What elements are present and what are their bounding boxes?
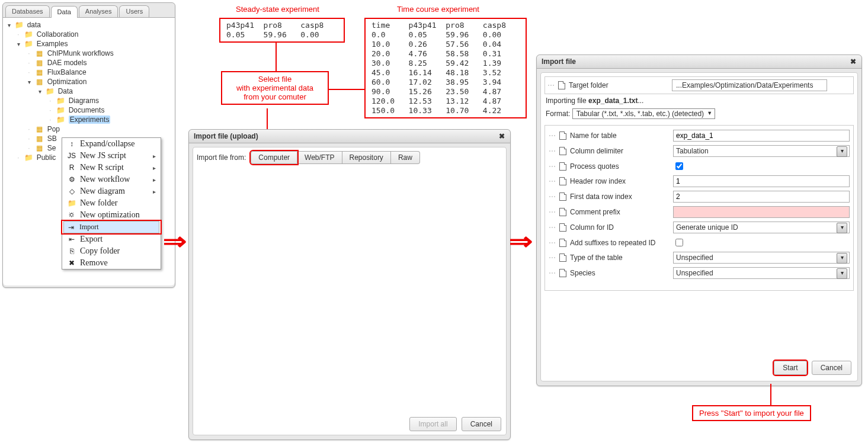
field-control: Unspecified bbox=[673, 252, 850, 264]
field-control bbox=[673, 237, 850, 248]
menu-label: New diagram bbox=[80, 187, 125, 196]
menu-label: New workflow bbox=[80, 175, 130, 184]
expand-icon[interactable] bbox=[25, 78, 33, 86]
source-repository[interactable]: Repository bbox=[342, 151, 391, 164]
checkbox-input[interactable] bbox=[675, 239, 683, 246]
field-label: ⋯Species bbox=[549, 269, 673, 277]
file-icon bbox=[559, 223, 566, 232]
close-icon[interactable]: ✖ bbox=[497, 132, 507, 142]
tab-databases[interactable]: Databases bbox=[5, 5, 50, 17]
upload-from-label: Import file from: bbox=[197, 153, 246, 162]
field-label: ⋯Column for ID bbox=[549, 223, 673, 232]
text-input[interactable] bbox=[673, 191, 850, 203]
tab-data[interactable]: Data bbox=[51, 6, 78, 18]
text-input[interactable] bbox=[673, 206, 850, 218]
ctx-remove[interactable]: ✖Remove bbox=[62, 257, 161, 269]
time-course-label: Time course experiment bbox=[397, 5, 479, 14]
ctx-new-diagram[interactable]: ◇New diagram▸ bbox=[62, 185, 161, 197]
select-input[interactable]: Unspecified bbox=[673, 252, 850, 264]
target-folder-label: ⋯ Target folder bbox=[547, 81, 672, 89]
tree-documents[interactable]: 📁 Documents bbox=[4, 105, 174, 115]
leaf-icon bbox=[15, 30, 22, 38]
field-control bbox=[673, 206, 850, 218]
file-icon bbox=[559, 192, 566, 201]
tree-label: data bbox=[27, 21, 41, 29]
text-input[interactable] bbox=[673, 175, 850, 187]
tab-analyses[interactable]: Analyses bbox=[79, 5, 118, 17]
select-input[interactable]: Generate unique ID bbox=[673, 222, 850, 233]
tree-diagrams[interactable]: 📁 Diagrams bbox=[4, 96, 174, 105]
tree-label: Diagrams bbox=[69, 97, 99, 105]
source-webftp[interactable]: Web/FTP bbox=[297, 151, 342, 164]
select-input[interactable]: Tabulation bbox=[673, 145, 850, 157]
settings-cancel-button[interactable]: Cancel bbox=[812, 361, 851, 375]
tree-dae[interactable]: ▦ DAE models bbox=[4, 58, 174, 68]
upload-cancel-button[interactable]: Cancel bbox=[462, 417, 501, 431]
leaf-icon bbox=[47, 106, 54, 114]
ctx-export[interactable]: ⇤Export bbox=[62, 233, 161, 245]
folder-icon: 📁 bbox=[24, 153, 33, 162]
file-icon bbox=[559, 162, 566, 171]
checkbox-input[interactable] bbox=[675, 162, 683, 170]
tree-optimization[interactable]: ▦ Optimization bbox=[4, 77, 174, 86]
folder-icon: 📁 bbox=[24, 40, 33, 48]
tree-label: Experiments bbox=[69, 115, 111, 124]
file-icon bbox=[559, 239, 566, 247]
tree-chipmunk[interactable]: ▦ ChIPMunk workflows bbox=[4, 49, 174, 58]
tree-collaboration[interactable]: 📁 Collaboration bbox=[4, 30, 174, 39]
ctx-expand-collapse[interactable]: ↕Expand/collapse bbox=[62, 138, 161, 150]
ctx-new-folder[interactable]: 📁New folder bbox=[62, 197, 161, 209]
source-raw[interactable]: Raw bbox=[391, 151, 420, 164]
field-first-data-row-index: ⋯First data row index bbox=[546, 189, 852, 204]
field-comment-prefix: ⋯Comment prefix bbox=[546, 204, 852, 220]
import-all-button[interactable]: Import all bbox=[409, 417, 456, 431]
field-column-for-id: ⋯Column for IDGenerate unique ID bbox=[546, 220, 852, 235]
leaf-icon bbox=[15, 153, 22, 162]
import-fields: ⋯Name for table⋯Column delimiterTabulati… bbox=[544, 125, 854, 291]
expand-icon[interactable] bbox=[36, 87, 43, 95]
ctx-new-r-script[interactable]: RNew R script▸ bbox=[62, 162, 161, 174]
close-icon[interactable]: ✖ bbox=[848, 57, 858, 67]
field-control bbox=[673, 191, 850, 203]
expand-icon[interactable] bbox=[15, 40, 22, 48]
expand-icon[interactable] bbox=[5, 21, 12, 29]
tree-examples[interactable]: 📁 Examples bbox=[4, 39, 174, 49]
upload-header: Import file (upload) ✖ bbox=[189, 130, 510, 143]
target-folder-value[interactable]: ...Examples/Optimization/Data/Experiment… bbox=[672, 79, 827, 91]
menu-icon: JS bbox=[67, 152, 76, 160]
tree-root[interactable]: 📁 data bbox=[4, 20, 174, 30]
start-button[interactable]: Start bbox=[774, 361, 806, 375]
tree-flux[interactable]: ▦ FluxBalance bbox=[4, 68, 174, 77]
text-input[interactable] bbox=[673, 130, 850, 142]
field-control: Tabulation bbox=[673, 145, 850, 157]
ctx-new-js-script[interactable]: JSNew JS script▸ bbox=[62, 150, 161, 162]
source-computer[interactable]: Computer bbox=[251, 151, 297, 164]
ctx-new-workflow[interactable]: ⚙New workflow▸ bbox=[62, 174, 161, 185]
ctx-copy-folder[interactable]: ⎘Copy folder bbox=[62, 245, 161, 257]
tree-label: Se bbox=[47, 144, 56, 152]
tab-users[interactable]: Users bbox=[119, 5, 149, 17]
menu-icon: ↕ bbox=[67, 140, 76, 148]
tree-data[interactable]: 📁 Data bbox=[4, 86, 174, 96]
tree-label: Optimization bbox=[47, 78, 87, 86]
field-label: ⋯Column delimiter bbox=[549, 147, 673, 155]
settings-body: ⋯ Target folder ...Examples/Optimization… bbox=[540, 72, 858, 381]
folder-icon: 📁 bbox=[45, 87, 55, 95]
callout-line: with experimental data bbox=[228, 84, 322, 92]
field-type-of-the-table: ⋯Type of the tableUnspecified bbox=[546, 250, 852, 265]
submenu-arrow-icon: ▸ bbox=[153, 165, 156, 171]
menu-icon: ⛭ bbox=[67, 211, 76, 219]
ctx-import[interactable]: ⇥Import bbox=[63, 221, 159, 233]
ctx-new-optimization[interactable]: ⛭New optimization bbox=[62, 209, 161, 221]
tree-experiments[interactable]: 📁 Experiments bbox=[4, 115, 174, 124]
file-icon bbox=[559, 177, 566, 185]
format-select[interactable]: Tabular (*.txt, *.xls, *.tab, etc.) (det… bbox=[572, 108, 715, 119]
select-input[interactable]: Unspecified bbox=[673, 267, 850, 279]
leaf-icon bbox=[25, 144, 33, 152]
menu-label: Remove bbox=[80, 258, 108, 268]
menu-icon: ⇥ bbox=[66, 223, 76, 232]
field-label: ⋯Header row index bbox=[549, 177, 673, 185]
tree-pop[interactable]: ▦ Pop bbox=[4, 124, 174, 134]
importing-filename: exp_data_1.txt bbox=[588, 97, 638, 105]
menu-label: New folder bbox=[80, 198, 117, 208]
